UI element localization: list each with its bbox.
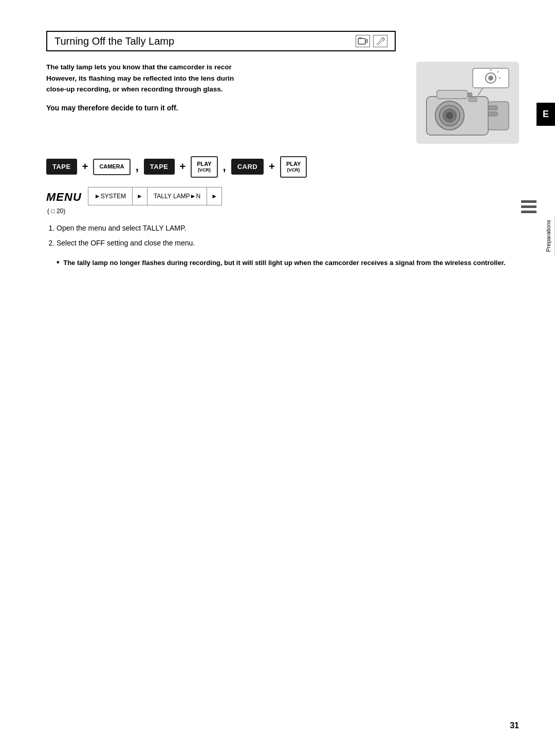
plus-sign-1: +: [80, 161, 90, 173]
page-number: 31: [510, 721, 519, 730]
svg-rect-18: [469, 98, 477, 102]
menu-tally-cell: TALLY LAMP►N: [147, 187, 207, 205]
plus-sign-2: +: [178, 161, 188, 173]
comma-1: ,: [134, 160, 141, 174]
svg-rect-16: [437, 90, 468, 99]
section-header: Turning Off the Tally Lamp: [46, 31, 396, 51]
svg-line-9: [478, 88, 483, 96]
menu-subsection: MENU ►SYSTEM ► TALLY LAMP►N ► ( □: [46, 187, 222, 215]
section-title: Turning Off the Tally Lamp: [54, 35, 174, 47]
rule-line-1: [521, 200, 536, 203]
menu-ref: ( □ 20): [46, 207, 222, 215]
camera-button: CAMERA: [93, 159, 130, 175]
step-2: Select the OFF setting and close the men…: [57, 238, 519, 249]
menu-system-cell: ►SYSTEM: [88, 187, 133, 205]
menu-arrow-cell: ►: [133, 187, 147, 205]
menu-section: MENU ►SYSTEM ► TALLY LAMP►N ► ( □: [46, 187, 519, 215]
rule-line-2: [521, 205, 536, 208]
decision-text: You may therefore decide to turn it off.: [46, 102, 406, 114]
button-combination-row: TAPE + CAMERA , TAPE + PLAY (VCR) , CARD…: [46, 156, 519, 178]
top-content: The tally lamp lets you know that the ca…: [46, 62, 519, 144]
decorative-rules: [521, 200, 536, 213]
card-button: CARD: [231, 159, 264, 175]
menu-diagram: ►SYSTEM ► TALLY LAMP►N ►: [88, 187, 222, 205]
header-icon-camera: [356, 35, 370, 47]
side-tab-e: E: [536, 103, 555, 126]
play-vcr-button-1: PLAY (VCR): [191, 156, 217, 178]
svg-point-5: [488, 75, 493, 81]
play-vcr-button-2: PLAY (VCR): [280, 156, 307, 178]
svg-point-14: [446, 112, 453, 119]
comma-2: ,: [221, 160, 228, 174]
intro-text-block: The tally lamp lets you know that the ca…: [46, 62, 406, 119]
bullet-dot: •: [57, 258, 60, 267]
svg-rect-2: [359, 37, 361, 39]
svg-rect-19: [488, 106, 497, 110]
note-text: • The tally lamp no longer flashes durin…: [52, 256, 519, 269]
svg-rect-20: [488, 112, 497, 116]
menu-end-arrow-cell: ►: [207, 187, 221, 205]
step-1: Open the menu and select TALLY LAMP.: [57, 223, 519, 234]
menu-label: MENU: [46, 188, 82, 204]
intro-paragraph: The tally lamp lets you know that the ca…: [46, 62, 406, 95]
rule-line-3: [521, 211, 536, 213]
svg-point-17: [468, 92, 472, 97]
header-icon-wrench: [373, 35, 387, 47]
tape-button-1: TAPE: [46, 159, 77, 175]
camera-illustration: [416, 62, 519, 144]
note-content: The tally lamp no longer flashes during …: [63, 259, 505, 267]
plus-sign-3: +: [267, 161, 277, 173]
svg-rect-0: [358, 39, 365, 44]
tape-button-2: TAPE: [144, 159, 175, 175]
side-label-preparations: Preparations: [544, 216, 555, 256]
steps-list: Open the menu and select TALLY LAMP. Sel…: [57, 223, 519, 249]
